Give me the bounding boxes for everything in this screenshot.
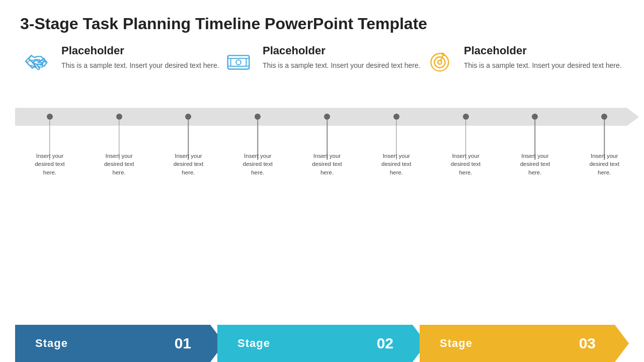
timeline-dot-5 <box>324 114 330 120</box>
info-block-1: Placeholder This is a sample text. Inser… <box>20 44 221 78</box>
stage-arrow-3: Stage 03 <box>420 325 629 362</box>
dot-4-wrapper <box>223 114 292 120</box>
info-block-2-text: Placeholder This is a sample text. Inser… <box>263 44 421 71</box>
stage-1-label: Stage <box>31 337 68 350</box>
info-block-2: Placeholder This is a sample text. Inser… <box>221 44 423 78</box>
timeline-label-6: Insert your desired text here. <box>376 152 417 176</box>
dot-5-wrapper <box>292 114 362 120</box>
stage-2-label: Stage <box>233 337 270 350</box>
target-icon <box>423 44 457 78</box>
dot-3-wrapper <box>154 114 223 120</box>
svg-point-7 <box>431 54 449 71</box>
dot-1-wrapper <box>15 114 85 120</box>
info-block-3: Placeholder This is a sample text. Inser… <box>423 44 624 78</box>
label-6-wrapper: Insert your desired text here. <box>362 152 431 176</box>
info-block-1-title: Placeholder <box>61 44 219 57</box>
info-block-2-body: This is a sample text. Insert your desir… <box>263 60 421 71</box>
timeline-label-7: Insert your desired text here. <box>446 152 486 176</box>
timeline-dot-1 <box>47 114 53 120</box>
timeline-section: Insert your desired text here. Insert yo… <box>0 89 644 195</box>
timeline-dot-2 <box>116 114 122 120</box>
timeline-label-9: Insert your desired text here. <box>584 152 624 176</box>
info-block-3-text: Placeholder This is a sample text. Inser… <box>464 44 622 71</box>
timeline-dot-7 <box>463 114 469 120</box>
info-block-2-title: Placeholder <box>263 44 421 57</box>
stage-arrow-2: Stage 02 <box>217 325 427 362</box>
timeline-labels-row: Insert your desired text here. Insert yo… <box>15 152 639 176</box>
dot-2-wrapper <box>85 114 154 120</box>
stage-arrows-container: Stage 01 Stage 02 Stage 03 <box>0 325 644 362</box>
label-1-wrapper: Insert your desired text here. <box>15 152 85 176</box>
money-icon <box>221 44 256 78</box>
label-4-wrapper: Insert your desired text here. <box>223 152 292 176</box>
svg-point-8 <box>434 57 445 68</box>
timeline-dot-9 <box>601 114 607 120</box>
timeline-dot-6 <box>393 114 399 120</box>
stage-2-number: 02 <box>377 335 413 352</box>
timeline-dot-4 <box>255 114 261 120</box>
label-7-wrapper: Insert your desired text here. <box>431 152 501 176</box>
info-block-3-body: This is a sample text. Insert your desir… <box>464 60 622 71</box>
dot-9-wrapper <box>570 114 639 120</box>
timeline-label-5: Insert your desired text here. <box>307 152 347 176</box>
stage-1-number: 01 <box>175 335 210 352</box>
stage-3-label: Stage <box>436 337 472 350</box>
handshake-icon <box>20 44 54 78</box>
info-block-1-text: Placeholder This is a sample text. Inser… <box>61 44 219 71</box>
dot-6-wrapper <box>362 114 431 120</box>
label-9-wrapper: Insert your desired text here. <box>570 152 639 176</box>
label-8-wrapper: Insert your desired text here. <box>500 152 570 176</box>
info-blocks-container: Placeholder This is a sample text. Inser… <box>0 44 644 78</box>
label-5-wrapper: Insert your desired text here. <box>292 152 362 176</box>
timeline-label-8: Insert your desired text here. <box>515 152 555 176</box>
timeline-label-4: Insert your desired text here. <box>237 152 278 176</box>
stage-arrow-1: Stage 01 <box>15 325 224 362</box>
timeline-label-2: Insert your desired text here. <box>99 152 139 176</box>
svg-point-2 <box>236 60 241 65</box>
timeline-label-3: Insert your desired text here. <box>168 152 208 176</box>
stage-3-number: 03 <box>579 335 615 352</box>
dot-7-wrapper <box>431 114 501 120</box>
timeline-dot-3 <box>185 114 191 120</box>
info-block-3-title: Placeholder <box>464 44 622 57</box>
label-3-wrapper: Insert your desired text here. <box>154 152 223 176</box>
timeline-dot-8 <box>532 114 538 120</box>
timeline-dots-row <box>15 108 639 126</box>
info-block-1-body: This is a sample text. Insert your desir… <box>61 60 219 71</box>
timeline-label-1: Insert your desired text here. <box>30 152 70 176</box>
label-2-wrapper: Insert your desired text here. <box>85 152 154 176</box>
dot-8-wrapper <box>500 114 570 120</box>
page-title: 3-Stage Task Planning Timeline PowerPoin… <box>0 0 644 42</box>
